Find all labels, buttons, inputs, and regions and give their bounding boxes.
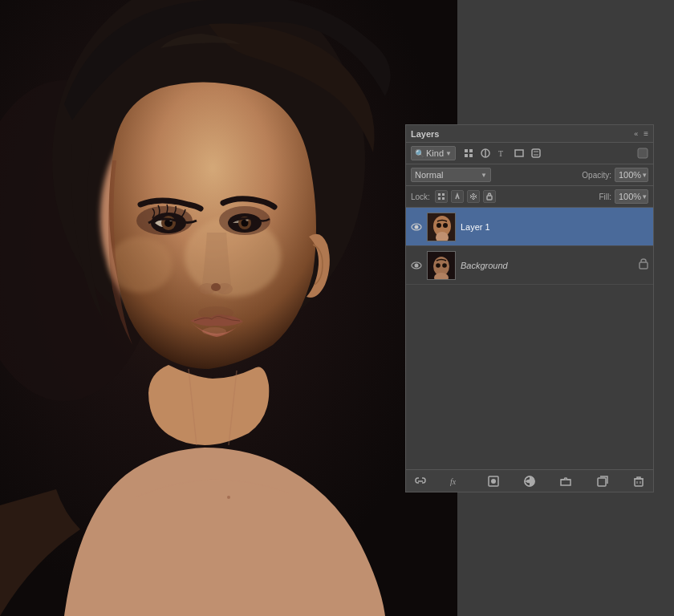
canvas-area xyxy=(0,0,457,616)
layers-list: Layer 1 Background xyxy=(406,208,653,285)
layer-effects-button[interactable]: fx xyxy=(449,473,465,489)
svg-point-19 xyxy=(202,327,226,335)
svg-rect-30 xyxy=(532,149,540,157)
svg-point-51 xyxy=(436,263,441,268)
svg-point-18 xyxy=(211,283,221,291)
lock-label: Lock: xyxy=(411,192,430,201)
blend-mode-select[interactable]: Normal ▼ xyxy=(411,168,491,182)
svg-text:fx: fx xyxy=(450,477,457,486)
title-bar-controls: « ≡ xyxy=(634,129,648,138)
group-layers-button[interactable] xyxy=(558,473,574,489)
link-layers-button[interactable] xyxy=(412,473,428,489)
lock-pixels-button[interactable] xyxy=(435,190,448,203)
svg-rect-34 xyxy=(438,193,441,196)
layer-item-background[interactable]: Background xyxy=(406,246,653,285)
pixel-filter-icon[interactable] xyxy=(462,147,475,160)
layers-panel: Layers « ≡ 🔍 Kind ▼ T xyxy=(405,124,654,492)
svg-rect-60 xyxy=(598,478,606,486)
background-lock-icon xyxy=(639,258,648,272)
svg-point-45 xyxy=(443,223,448,228)
kind-dropdown-arrow: ▼ xyxy=(445,150,452,157)
layer-thumbnail-layer1 xyxy=(427,213,456,241)
svg-rect-53 xyxy=(639,262,648,269)
svg-rect-25 xyxy=(469,154,473,157)
opacity-section: Opacity: 100% ▼ xyxy=(582,168,648,182)
smart-filter-icon[interactable] xyxy=(530,147,542,160)
svg-rect-29 xyxy=(515,150,523,156)
kind-label: Kind xyxy=(426,148,444,158)
svg-rect-35 xyxy=(442,193,445,196)
svg-point-21 xyxy=(227,496,230,499)
fill-input[interactable]: 100% ▼ xyxy=(615,189,648,204)
opacity-dropdown-arrow: ▼ xyxy=(641,172,648,179)
fill-value-text: 100% xyxy=(619,192,641,201)
fill-section: Fill: 100% ▼ xyxy=(599,189,648,204)
svg-rect-23 xyxy=(469,149,473,152)
panel-menu-button[interactable]: ≡ xyxy=(644,129,648,138)
filter-kind-select[interactable]: 🔍 Kind ▼ xyxy=(411,146,456,160)
svg-point-44 xyxy=(436,223,441,228)
lock-paint-button[interactable] xyxy=(451,190,464,203)
lock-all-button[interactable] xyxy=(483,190,496,203)
svg-point-57 xyxy=(491,479,496,484)
thumb-content-layer1 xyxy=(428,213,455,241)
shape-filter-icon[interactable] xyxy=(513,147,526,160)
portrait-svg xyxy=(0,0,457,616)
svg-text:T: T xyxy=(498,149,503,158)
lock-row: Lock: Fill: 100% ▼ xyxy=(406,186,653,208)
thumb-content-background xyxy=(428,252,455,279)
opacity-value-text: 100% xyxy=(619,170,641,180)
svg-point-20 xyxy=(198,306,233,319)
layers-empty-area xyxy=(406,285,653,469)
blend-mode-value: Normal xyxy=(415,170,443,180)
photo-background xyxy=(0,0,457,616)
visibility-toggle-layer1[interactable] xyxy=(411,221,422,233)
layer-item-layer1[interactable]: Layer 1 xyxy=(406,208,653,246)
layer-thumbnail-background xyxy=(427,251,456,280)
filter-power-icon[interactable] xyxy=(637,148,648,159)
svg-point-40 xyxy=(415,225,419,229)
svg-point-47 xyxy=(415,263,419,267)
fill-label: Fill: xyxy=(599,192,611,201)
visibility-toggle-background[interactable] xyxy=(411,260,422,271)
add-mask-button[interactable] xyxy=(485,473,501,489)
opacity-input[interactable]: 100% ▼ xyxy=(615,168,648,182)
lock-move-button[interactable] xyxy=(467,190,480,203)
svg-rect-22 xyxy=(465,149,468,152)
search-icon: 🔍 xyxy=(415,149,424,158)
type-filter-icon[interactable]: T xyxy=(496,147,509,160)
blend-dropdown-arrow: ▼ xyxy=(481,172,487,179)
layers-toolbar: fx xyxy=(406,469,653,492)
lock-icons xyxy=(435,190,496,203)
fill-dropdown-arrow: ▼ xyxy=(641,193,648,201)
filter-row: 🔍 Kind ▼ T xyxy=(406,143,653,164)
svg-rect-61 xyxy=(635,479,643,486)
svg-rect-37 xyxy=(442,197,445,200)
svg-rect-36 xyxy=(438,197,441,200)
collapse-panel-button[interactable]: « xyxy=(634,130,637,138)
svg-point-52 xyxy=(442,263,447,268)
layer-name-layer1: Layer 1 xyxy=(461,222,648,232)
svg-rect-38 xyxy=(487,196,492,200)
panel-title: Layers xyxy=(411,129,439,139)
new-layer-button[interactable] xyxy=(595,473,611,489)
layers-title-bar: Layers « ≡ xyxy=(406,125,653,143)
blend-opacity-row: Normal ▼ Opacity: 100% ▼ xyxy=(406,164,653,186)
svg-rect-33 xyxy=(638,148,648,158)
adjustment-filter-icon[interactable] xyxy=(479,147,492,160)
layer-name-background: Background xyxy=(461,261,634,270)
delete-layer-button[interactable] xyxy=(631,473,647,489)
adjustment-layer-button[interactable] xyxy=(522,473,538,489)
opacity-label: Opacity: xyxy=(582,171,611,180)
filter-icons: T xyxy=(462,147,542,160)
svg-rect-24 xyxy=(465,154,468,157)
